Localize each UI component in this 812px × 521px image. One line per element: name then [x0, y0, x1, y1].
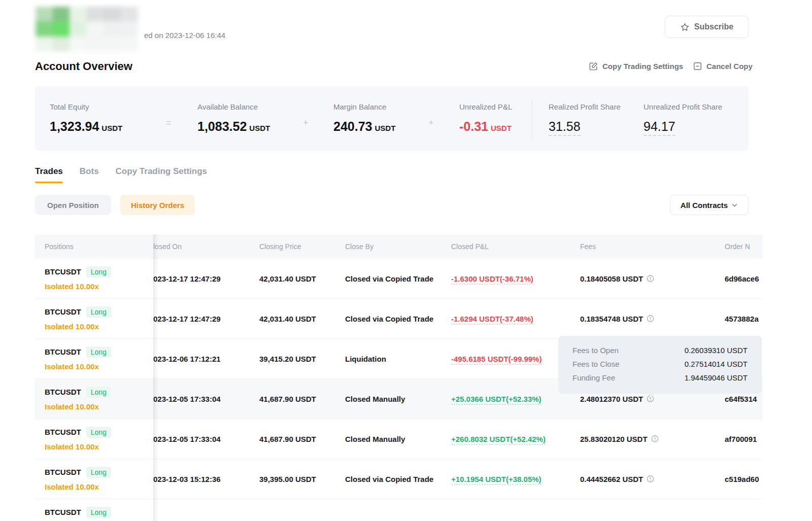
order-no: af700091 [725, 435, 757, 443]
stat-label: Available Balance [197, 102, 270, 111]
main-tabs: Trades Bots Copy Trading Settings [35, 166, 207, 183]
star-icon [680, 22, 690, 32]
side-badge: Long [86, 467, 111, 478]
table-row: BTCUSDTLong Isolated 10.00x 023-12-03 15… [35, 459, 763, 499]
col-closed-on: losed On [153, 242, 182, 251]
closed-pnl: +25.0366 USDT(+52.33%) [451, 395, 542, 403]
col-closed-pnl: Closed P&L [451, 242, 489, 251]
stat-unit: USDT [375, 124, 395, 132]
tab-copy-trading-settings[interactable]: Copy Trading Settings [116, 166, 207, 183]
margin-mode: Isolated 10.00x [45, 362, 111, 371]
fees-cell: 2.48012370 USDT [580, 395, 654, 403]
order-no: 4573882a [725, 315, 759, 323]
stat-value[interactable]: 31.58 [549, 119, 581, 136]
close-by: Closed via Copied Trade [345, 315, 433, 323]
page-title: Account Overview [35, 60, 132, 73]
subscribe-label: Subscribe [694, 22, 733, 31]
stat-label: Margin Balance [333, 102, 395, 111]
closed-on: 023-12-05 17:33:04 [153, 435, 221, 443]
stats-divider [532, 99, 532, 139]
closed-on: 023-12-06 17:12:21 [153, 355, 221, 363]
closing-price: 42,031.40 USDT [259, 315, 316, 323]
contracts-dropdown[interactable]: All Contracts [670, 195, 749, 215]
stat-label: Unrealized Profit Share [644, 102, 722, 111]
tab-trades[interactable]: Trades [35, 166, 63, 183]
subscribe-button[interactable]: Subscribe [665, 16, 749, 38]
chevron-down-icon [731, 202, 738, 209]
history-orders-button[interactable]: History Orders [120, 195, 195, 215]
fees-cell: 25.83020120 USDT [580, 435, 659, 443]
close-by: Closed via Copied Trade [345, 475, 433, 483]
position-cell: BTCUSDTLong Isolated 10.00x [45, 306, 111, 331]
close-by: Closed via Copied Trade [345, 274, 433, 283]
col-positions: Positions [45, 242, 74, 251]
stat-value: 1,083.52 [197, 119, 247, 133]
side-badge: Long [86, 266, 111, 277]
info-icon[interactable] [647, 475, 654, 483]
stat-unrealized-profit-share: Unrealized Profit Share 94.17 [644, 102, 722, 134]
closed-on: 023-12-17 12:47:29 [153, 315, 221, 323]
open-position-button[interactable]: Open Position [35, 195, 111, 215]
symbol: BTCUSDT [45, 267, 81, 276]
symbol: BTCUSDT [45, 508, 81, 516]
col-closing-price: Closing Price [259, 242, 301, 251]
stat-available-balance: Available Balance 1,083.52USDT [197, 102, 270, 134]
symbol: BTCUSDT [45, 428, 81, 436]
closed-pnl: -495.6185 USDT(-99.99%) [451, 355, 542, 363]
stat-label: Realized Profit Share [549, 102, 621, 111]
table-row-partial: BTCUSDTLong Isolated 10.00x [35, 499, 763, 521]
position-cell: BTCUSDTLong Isolated 10.00x [45, 346, 111, 371]
margin-mode: Isolated 10.00x [45, 402, 111, 411]
copy-trading-settings-label: Copy Trading Settings [602, 62, 683, 71]
margin-mode: Isolated 10.00x [45, 282, 111, 291]
fees-cell: 0.18405058 USDT [580, 274, 654, 283]
close-by: Closed Manually [345, 435, 405, 443]
symbol: BTCUSDT [45, 348, 81, 356]
order-no: c519ad60 [725, 475, 759, 483]
cancel-copy-button[interactable]: Cancel Copy [693, 61, 753, 71]
stat-unit: USDT [101, 124, 122, 132]
stat-margin-balance: Margin Balance 240.73USDT [333, 102, 395, 134]
info-icon[interactable] [647, 315, 654, 323]
operator-equals: = [166, 118, 172, 128]
position-cell: BTCUSDTLong Isolated 10.00x [45, 387, 111, 411]
margin-mode: Isolated 10.00x [45, 322, 111, 331]
closing-price: 39,415.20 USDT [259, 355, 316, 363]
closed-pnl: +10.1954 USDT(+38.05%) [451, 475, 542, 483]
side-badge: Long [86, 387, 111, 398]
stat-value: -0.31 [459, 119, 488, 133]
contracts-dropdown-value: All Contracts [681, 201, 728, 210]
margin-mode: Isolated 10.00x [45, 482, 111, 491]
fees-cell: 0.44452662 USDT [580, 475, 654, 483]
stat-unit: USDT [491, 124, 512, 132]
position-cell: BTCUSDTLong Isolated 10.00x [45, 266, 111, 291]
history-orders-table: Positions losed On Closing Price Close B… [35, 234, 763, 521]
side-badge: Long [86, 346, 111, 358]
stat-label: Total Equity [50, 102, 122, 111]
stat-unit: USDT [249, 124, 270, 132]
info-icon[interactable] [647, 275, 654, 283]
avatar-blurred [36, 7, 138, 51]
tooltip-label: Funding Fee [572, 371, 615, 385]
operator-plus: + [303, 118, 309, 128]
table-row: BTCUSDTLong Isolated 10.00x 023-12-17 12… [35, 299, 763, 339]
minus-square-icon [693, 61, 702, 71]
closed-on: 023-12-17 12:47:29 [153, 274, 221, 283]
table-header: Positions losed On Closing Price Close B… [35, 234, 763, 259]
copy-trading-settings-button[interactable]: Copy Trading Settings [589, 61, 683, 71]
tab-bots[interactable]: Bots [80, 166, 99, 183]
closing-price: 41,687.90 USDT [259, 435, 316, 443]
col-fees: Fees [580, 242, 596, 251]
symbol: BTCUSDT [45, 307, 81, 316]
fees-tooltip: Fees to Open 0.26039310 USDT Fees to Clo… [558, 336, 762, 394]
operator-plus: + [428, 118, 434, 128]
closed-pnl: +260.8032 USDT(+52.42%) [451, 435, 546, 443]
position-cell: BTCUSDTLong Isolated 10.00x [45, 507, 111, 521]
stat-value[interactable]: 94.17 [644, 119, 675, 136]
info-icon[interactable] [651, 435, 659, 443]
margin-mode: Isolated 10.00x [45, 442, 111, 451]
stat-value: 240.73 [333, 119, 372, 133]
closed-on: 023-12-05 17:33:04 [153, 395, 221, 403]
edit-icon [589, 61, 598, 71]
tooltip-label: Fees to Close [572, 357, 620, 371]
